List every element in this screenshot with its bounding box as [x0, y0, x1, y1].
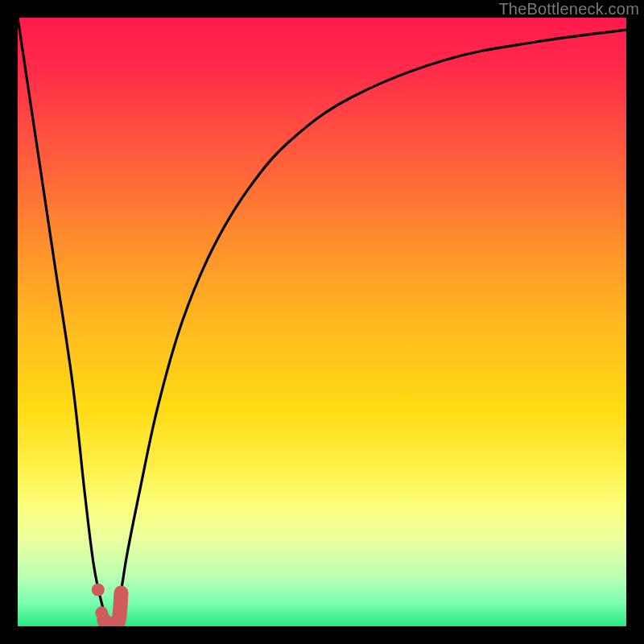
point-a: [92, 584, 105, 597]
plot-frame: [18, 18, 626, 626]
watermark-text: TheBottleneck.com: [498, 0, 639, 19]
bottleneck-curve: [18, 18, 626, 626]
